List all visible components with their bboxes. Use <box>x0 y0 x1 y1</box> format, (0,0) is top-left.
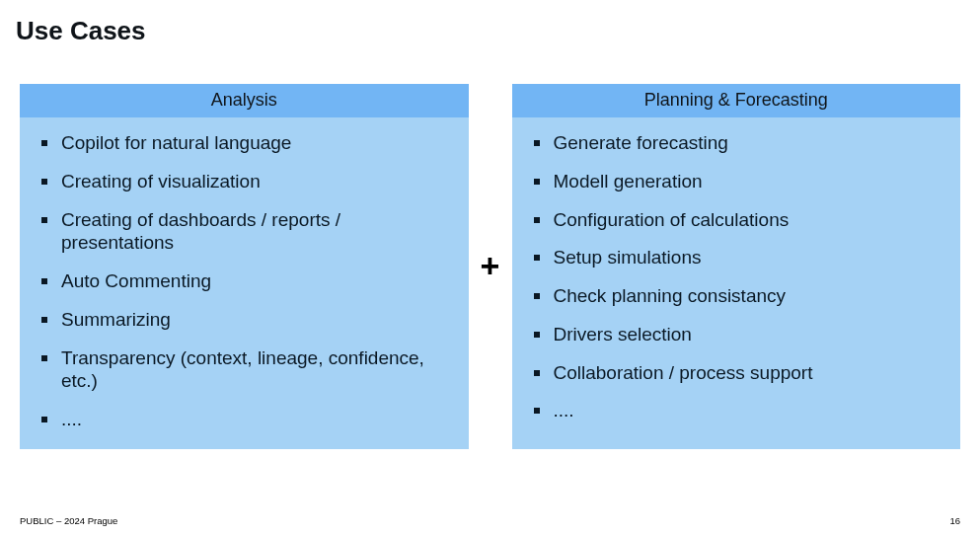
list-item: Copilot for natural language <box>41 131 447 155</box>
list-item: Collaboration / process support <box>534 361 940 385</box>
list-item: .... <box>41 408 447 431</box>
bullet-icon <box>41 278 47 284</box>
slide: Use Cases Analysis Copilot for natural l… <box>0 0 980 536</box>
bullet-icon <box>534 370 540 376</box>
bullet-icon <box>534 293 540 299</box>
card-planning: Planning & Forecasting Generate forecast… <box>512 84 961 449</box>
list-item: Setup simulations <box>534 246 940 269</box>
card-body-analysis: Copilot for natural language Creating of… <box>20 117 469 449</box>
bullet-icon <box>41 317 47 323</box>
list-item: Configuration of calculations <box>534 208 940 232</box>
bullet-icon <box>534 217 540 223</box>
list-item-label: Creating of visualization <box>61 170 261 193</box>
list-item-label: Drivers selection <box>554 323 692 346</box>
list-item-label: Auto Commenting <box>61 269 211 293</box>
footer-left: PUBLIC – 2024 Prague <box>20 515 117 526</box>
plus-column: + <box>469 84 512 449</box>
list-item-label: Modell generation <box>554 170 703 193</box>
bullet-icon <box>41 217 47 223</box>
list-item-label: .... <box>554 399 574 422</box>
list-item: Generate forecasting <box>534 131 940 155</box>
bullet-icon <box>41 355 47 361</box>
list-item-label: Transparency (context, lineage, confiden… <box>61 346 447 394</box>
list-item: Auto Commenting <box>41 269 447 293</box>
bullet-icon <box>41 179 47 185</box>
page-title: Use Cases <box>16 16 960 46</box>
list-item-label: Check planning consistancy <box>554 284 787 308</box>
list-item: Drivers selection <box>534 323 940 346</box>
list-item-label: Copilot for natural language <box>61 131 291 155</box>
list-item-label: .... <box>61 408 82 431</box>
bullet-icon <box>41 417 47 422</box>
footer: PUBLIC – 2024 Prague 16 <box>20 515 960 526</box>
bullet-icon <box>534 179 540 185</box>
card-header-planning: Planning & Forecasting <box>512 84 961 117</box>
list-item: .... <box>534 399 940 422</box>
bullet-icon <box>41 140 47 146</box>
bullet-icon <box>534 140 540 146</box>
card-header-analysis: Analysis <box>20 84 469 117</box>
list-item-label: Summarizing <box>61 308 171 332</box>
list-item: Creating of visualization <box>41 170 447 193</box>
list-item: Transparency (context, lineage, confiden… <box>41 346 447 394</box>
list-item-label: Configuration of calculations <box>554 208 790 232</box>
card-analysis: Analysis Copilot for natural language Cr… <box>20 84 469 449</box>
list-item: Check planning consistancy <box>534 284 940 308</box>
bullet-icon <box>534 332 540 338</box>
list-item-label: Setup simulations <box>554 246 702 269</box>
plus-icon: + <box>481 247 500 285</box>
bullet-icon <box>534 408 540 414</box>
list-item-label: Generate forecasting <box>554 131 728 155</box>
bullet-icon <box>534 255 540 261</box>
list-item: Modell generation <box>534 170 940 193</box>
list-item-label: Creating of dashboards / reports / prese… <box>61 208 447 256</box>
card-body-planning: Generate forecasting Modell generation C… <box>512 117 961 440</box>
list-item: Summarizing <box>41 308 447 332</box>
list-item: Creating of dashboards / reports / prese… <box>41 208 447 256</box>
page-number: 16 <box>949 515 960 526</box>
columns: Analysis Copilot for natural language Cr… <box>20 84 960 449</box>
list-item-label: Collaboration / process support <box>554 361 813 385</box>
